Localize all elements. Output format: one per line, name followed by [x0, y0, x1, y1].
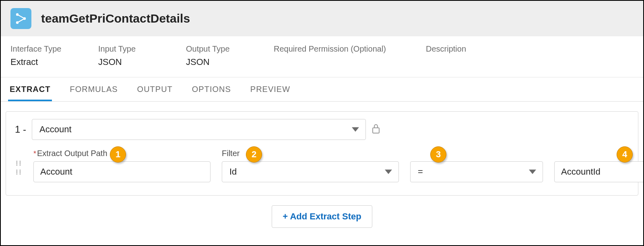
integration-procedure-icon [10, 8, 31, 29]
value-field: 4 [554, 149, 644, 182]
meta-row: Interface Type Extract Input Type JSON O… [1, 36, 643, 77]
app-frame: teamGetPriContactDetails Interface Type … [0, 0, 644, 246]
operator-dropdown[interactable]: = [410, 161, 543, 182]
tab-extract[interactable]: EXTRACT [8, 77, 52, 101]
lock-icon [372, 123, 380, 136]
object-dropdown[interactable]: Account [32, 119, 366, 140]
page-header: teamGetPriContactDetails [1, 1, 643, 36]
meta-value: Extract [10, 57, 79, 67]
chevron-down-icon [385, 170, 392, 174]
operator-dropdown-value: = [418, 167, 423, 177]
filter-row: ⁞⁞ ⁞⁞ *Extract Output Path 1 Filter Id [15, 149, 629, 182]
meta-interface-type: Interface Type Extract [10, 44, 79, 67]
required-asterisk: * [33, 150, 36, 158]
svg-rect-3 [373, 128, 379, 133]
callout-marker-3: 3 [430, 146, 446, 163]
filter-dropdown-value: Id [229, 167, 237, 177]
extract-output-path-input[interactable] [33, 161, 211, 182]
step-index-number: 1 [15, 124, 23, 135]
panel-footer: + Add Extract Step [6, 196, 638, 228]
callout-marker-4: 4 [617, 146, 633, 163]
page-title: teamGetPriContactDetails [41, 12, 190, 25]
meta-output-type: Output Type JSON [186, 44, 254, 67]
meta-required-permission: Required Permission (Optional) [274, 44, 407, 67]
callout-marker-1: 1 [110, 146, 126, 163]
value-input[interactable] [554, 161, 644, 182]
meta-label: Output Type [186, 44, 254, 54]
meta-label: Input Type [98, 44, 167, 54]
meta-label: Description [426, 44, 494, 54]
callout-marker-2: 2 [246, 146, 262, 163]
meta-value: JSON [186, 57, 254, 67]
extract-panel: 1 - Account ⁞⁞ ⁞⁞ [1, 102, 643, 245]
chevron-down-icon [529, 170, 536, 174]
object-dropdown-value: Account [39, 124, 72, 135]
step-index-dash: - [23, 124, 26, 135]
meta-value: JSON [98, 57, 167, 67]
meta-label: Required Permission (Optional) [274, 44, 407, 54]
tab-preview[interactable]: PREVIEW [249, 77, 292, 101]
step-index: 1 - [15, 124, 26, 135]
tab-bar: EXTRACT FORMULAS OUTPUT OPTIONS PREVIEW [1, 77, 643, 102]
drag-handle-icon[interactable]: ⁞⁞ ⁞⁞ [16, 159, 22, 182]
add-extract-step-button[interactable]: + Add Extract Step [272, 205, 372, 228]
filter-dropdown[interactable]: Id [222, 161, 399, 182]
step-header-row: 1 - Account [15, 119, 629, 140]
extract-output-path-field: *Extract Output Path 1 [33, 149, 211, 182]
tab-output[interactable]: OUTPUT [136, 77, 174, 101]
filter-field: Filter Id 2 [222, 149, 399, 182]
chevron-down-icon [352, 127, 359, 132]
tab-formulas[interactable]: FORMULAS [68, 77, 119, 101]
meta-description: Description [426, 44, 494, 67]
tab-options[interactable]: OPTIONS [190, 77, 233, 101]
extract-step-card: 1 - Account ⁞⁞ ⁞⁞ [6, 111, 638, 196]
meta-input-type: Input Type JSON [98, 44, 167, 67]
meta-label: Interface Type [10, 44, 79, 54]
field-label-text: Extract Output Path [37, 149, 107, 158]
operator-field: = 3 [410, 149, 543, 182]
